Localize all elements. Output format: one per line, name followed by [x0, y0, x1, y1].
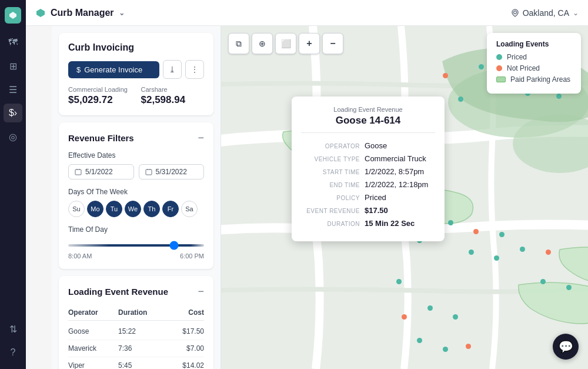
time-slider[interactable] [68, 244, 204, 247]
popup-field-label: START TIME [301, 169, 360, 175]
date-range: 5/1/2022 5/31/2022 [68, 164, 204, 179]
cell-duration-1: 7:36 [118, 344, 168, 353]
cell-operator-1: Maverick [68, 344, 118, 353]
revenue-filters-collapse[interactable]: − [198, 132, 204, 144]
cell-cost-1: $7.00 [168, 344, 204, 353]
day-btn-we[interactable]: We [125, 201, 141, 217]
popup-field-value: 1/2/2022, 8:57pm [365, 167, 424, 176]
map-dot-priced-23[interactable] [448, 220, 453, 225]
popup-field-label: DURATION [301, 221, 360, 227]
map-toolbar: ⧉ ⊕ ⬜ + − [228, 33, 343, 54]
revenue-filters-header: Revenue Filters − [68, 132, 204, 144]
top-bar: Curb Manager ⌄ Oakland, CA ⌄ [26, 0, 588, 26]
map-dot-priced-27[interactable] [469, 250, 474, 255]
revenue-table: Goose 15:22 $17.50 Maverick 7:36 $7.00 V… [68, 323, 204, 369]
popup-header: Loading Event Revenue Goose 14-614 [301, 106, 435, 133]
day-btn-mo[interactable]: Mo [87, 201, 103, 217]
map-area[interactable]: Loading Event Revenue Goose 14-614 OPERA… [221, 26, 588, 369]
popup-field-label: EVENT REVENUE [301, 208, 360, 214]
curb-invoicing-card: Curb Invoicing $ Generate Invoice ⤓ ⋮ Co… [59, 33, 213, 115]
location-selector[interactable]: Oakland, CA ⌄ [511, 8, 579, 18]
revenue-filters-title: Revenue Filters [68, 133, 134, 143]
map-zoom-out-button[interactable]: − [322, 33, 343, 54]
title-chevron[interactable]: ⌄ [119, 9, 125, 17]
map-dot-not-priced-0[interactable] [443, 73, 448, 78]
end-date-input[interactable]: 5/31/2022 [139, 164, 205, 179]
more-options-button[interactable]: ⋮ [185, 60, 204, 79]
day-btn-su[interactable]: Su [68, 201, 85, 217]
nav-icon-list[interactable]: ☰ [4, 80, 22, 99]
popup-field-label: VEHICLE TYPE [301, 156, 360, 162]
col-header-duration: Duration [118, 308, 168, 317]
not-priced-dot [496, 65, 502, 71]
download-button[interactable]: ⤓ [163, 60, 182, 79]
chat-button[interactable]: 💬 [553, 334, 579, 360]
loading-event-revenue-header: Loading Event Revenue − [68, 285, 204, 298]
days-of-week-label: Days Of The Week [68, 188, 204, 196]
map-zoom-in-button[interactable]: + [299, 33, 320, 54]
map-dot-priced-39[interactable] [396, 279, 402, 284]
legend-item-priced: Priced [496, 53, 572, 61]
legend-item-paid-parking: Paid Parking Areas [496, 75, 572, 84]
app-title: Curb Manager [51, 8, 114, 18]
popup-title: Goose 14-614 [301, 115, 435, 127]
days-of-week: SuMoTuWeThFrSa [68, 201, 204, 217]
invoice-actions: $ Generate Invoice ⤓ ⋮ [68, 60, 204, 79]
location-chevron: ⌄ [573, 9, 579, 17]
map-layers-button[interactable]: ⧉ [228, 33, 249, 54]
map-dot-priced-43[interactable] [417, 338, 422, 343]
popup-field-label: OPERATOR [301, 143, 360, 149]
cell-operator-2: Viper [68, 361, 118, 369]
nav-icon-dollar[interactable]: $› [4, 104, 22, 122]
table-row[interactable]: Viper 5:45 $14.02 [68, 357, 204, 369]
map-legend: Loading Events Priced Not Priced Paid Pa… [487, 33, 581, 94]
loading-event-revenue-collapse[interactable]: − [198, 285, 204, 298]
time-end-label: 6:00 PM [180, 252, 204, 260]
map-dot-priced-41[interactable] [427, 305, 433, 311]
map-dot-priced-9[interactable] [556, 94, 562, 99]
nav-icon-help[interactable]: ? [4, 343, 22, 362]
map-filter-button[interactable]: ⊕ [252, 33, 273, 54]
map-camera-button[interactable]: ⬜ [275, 33, 296, 54]
nav-icon-user[interactable]: ◎ [4, 127, 22, 146]
table-row[interactable]: Maverick 7:36 $7.00 [68, 340, 204, 357]
popup-field-value: Commercial Truck [365, 154, 426, 163]
popup-field-value: $17.50 [365, 206, 388, 215]
nav-icon-grid[interactable]: ⊞ [4, 56, 22, 75]
app-title-bar: Curb Manager ⌄ [35, 8, 125, 18]
commercial-loading-value: $5,029.72 [68, 94, 132, 106]
popup-field-label: END TIME [301, 182, 360, 188]
commercial-loading-stat: Commercial Loading $5,029.72 [68, 86, 132, 106]
day-btn-th[interactable]: Th [143, 201, 160, 217]
start-date-input[interactable]: 5/1/2022 [68, 164, 134, 179]
cell-operator-0: Goose [68, 327, 118, 335]
revenue-filters-card: Revenue Filters − Effective Dates 5/1/20… [59, 122, 213, 269]
nav-icon-map[interactable]: 🗺 [4, 33, 22, 52]
svg-marker-0 [9, 12, 16, 19]
legend-priced-label: Priced [507, 53, 527, 61]
time-range-labels: 8:00 AM 6:00 PM [68, 252, 204, 260]
location-icon [511, 9, 519, 17]
svg-point-2 [513, 11, 516, 14]
generate-invoice-button[interactable]: $ Generate Invoice [68, 61, 159, 78]
table-row[interactable]: Goose 15:22 $17.50 [68, 323, 204, 340]
popup-field-value: Goose [365, 141, 387, 150]
day-btn-fr[interactable]: Fr [162, 201, 179, 217]
nav-icon-filter[interactable]: ⇅ [4, 320, 22, 338]
app-logo[interactable] [5, 7, 21, 24]
day-btn-tu[interactable]: Tu [106, 201, 122, 217]
time-slider-container [68, 238, 204, 250]
map-popup: Loading Event Revenue Goose 14-614 OPERA… [292, 97, 445, 241]
map-dot-priced-44[interactable] [443, 347, 448, 352]
calendar-icon-start [75, 168, 82, 175]
loading-event-revenue-card: Loading Event Revenue − Operator Duratio… [59, 276, 213, 369]
svg-rect-6 [146, 169, 152, 175]
map-dot-not-priced-40[interactable] [402, 314, 407, 320]
legend-title: Loading Events [496, 40, 572, 48]
popup-field-value: 15 Min 22 Sec [365, 219, 415, 228]
day-btn-sa[interactable]: Sa [181, 201, 198, 217]
dollar-icon: $ [76, 65, 81, 74]
popup-row-duration: DURATION 15 Min 22 Sec [301, 219, 435, 228]
loading-event-revenue-title: Loading Event Revenue [68, 287, 168, 297]
svg-marker-1 [36, 9, 45, 17]
